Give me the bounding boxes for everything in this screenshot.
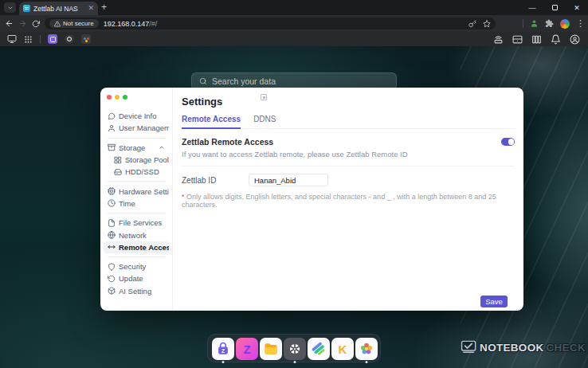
dialog-traffic-lights	[100, 93, 172, 101]
storage-box-icon	[108, 143, 116, 151]
taskbar-photos-icon[interactable]	[81, 34, 91, 44]
extension-green-icon[interactable]	[530, 19, 539, 28]
sidebar-item-remote-access[interactable]: Remote Access	[104, 241, 169, 253]
save-button[interactable]: Save	[480, 296, 508, 307]
zettlab-id-input[interactable]	[249, 174, 328, 186]
topbar-separator	[40, 35, 41, 44]
extensions-puzzle-icon[interactable]	[545, 19, 554, 28]
tab-close-icon[interactable]: ✕	[88, 5, 94, 12]
settings-main-panel: Settings Remote Access DDNS Zettlab Remo…	[173, 88, 523, 311]
sidebar-nav: Device Info User Management Storage Stor…	[100, 110, 172, 297]
url-text: 192.168.0.147/#/	[104, 20, 158, 28]
sidebar-item-device-info[interactable]: Device Info	[104, 110, 169, 122]
dock-app-center[interactable]: Z	[212, 338, 234, 363]
warning-icon	[54, 21, 61, 27]
window-controls: — ✕	[521, 0, 588, 15]
validation-note: * Only allows digits, English letters, a…	[182, 193, 515, 209]
sidebar-item-user-management[interactable]: User Management	[104, 122, 169, 134]
dialog-zoom-button[interactable]	[123, 95, 127, 100]
back-button[interactable]	[5, 19, 14, 28]
widgets-columns-icon[interactable]	[531, 34, 542, 45]
watermark-text-notebook: NOTEBOOK	[480, 342, 543, 354]
docs-stripes-icon	[311, 341, 327, 357]
tab-title: Zettlab AI NAS	[33, 5, 84, 13]
sidebar-item-hardware-settings[interactable]: Hardware Settings	[104, 185, 169, 197]
toolbar-separator	[523, 19, 523, 28]
dialog-close-button[interactable]	[107, 95, 112, 100]
running-indicator	[294, 361, 296, 363]
settings-dialog: Device Info User Management Storage Stor…	[100, 88, 523, 311]
sidebar-item-time[interactable]: Time	[104, 198, 169, 209]
taskbar-settings-icon[interactable]	[65, 34, 74, 44]
settings-sidebar: Device Info User Management Storage Stor…	[100, 88, 173, 311]
search-placeholder: Search your data	[212, 76, 276, 86]
gear-aperture-icon	[288, 342, 302, 356]
running-indicator	[366, 361, 368, 363]
nas-topbar	[0, 32, 588, 46]
tab-remote-access[interactable]: Remote Access	[182, 115, 241, 129]
device-status-icon[interactable]	[493, 34, 504, 45]
browser-tab[interactable]: Zettlab AI NAS ✕	[19, 2, 98, 15]
remote-access-icon	[108, 243, 116, 251]
sidebar-item-file-services[interactable]: File Services	[104, 217, 169, 229]
app-grid-icon[interactable]	[24, 35, 33, 44]
nas-desktop: Search your data Device Info User Ma	[0, 46, 588, 368]
user-account-icon[interactable]	[570, 34, 580, 45]
dock-k-app[interactable]: K	[331, 338, 354, 363]
sidebar-group-storage[interactable]: Storage	[104, 142, 169, 154]
chevron-up-icon[interactable]	[159, 144, 165, 151]
sidebar-item-storage-pool[interactable]: Storage Pool	[104, 154, 169, 166]
sidebar-item-network[interactable]: Network	[104, 229, 169, 241]
sidebar-item-hdd-ssd[interactable]: HDD/SSD	[104, 166, 169, 178]
task-panel-icon[interactable]	[512, 34, 523, 45]
folder-icon	[263, 341, 279, 357]
chat-bubble-icon	[108, 112, 116, 120]
new-tab-button[interactable]: +	[101, 2, 107, 13]
user-icon	[108, 124, 116, 132]
sidebar-item-ai-setting[interactable]: AI Setting	[104, 285, 169, 297]
forward-button[interactable]	[18, 19, 27, 28]
watermark-text-check: CHECK	[546, 342, 586, 354]
globe-icon	[108, 231, 116, 239]
not-secure-badge[interactable]: Not secure	[49, 19, 99, 28]
dock-zettlab[interactable]: Z	[236, 338, 258, 363]
dialog-minimize-button[interactable]	[115, 95, 120, 100]
dock-docs[interactable]	[308, 338, 330, 363]
address-bar[interactable]: Not secure 192.168.0.147/#/	[45, 18, 496, 29]
extensions-area: ⋮	[523, 17, 585, 30]
bookmark-star-icon[interactable]	[483, 20, 491, 28]
browser-toolbar: Not secure 192.168.0.147/#/ ⋮	[0, 15, 588, 32]
update-refresh-icon	[108, 275, 116, 283]
remote-access-toggle[interactable]	[501, 138, 515, 146]
taskbar-zettlab-icon[interactable]	[48, 34, 57, 44]
sidebar-divider	[107, 213, 166, 213]
dock-files[interactable]	[260, 338, 282, 363]
package-icon	[108, 287, 116, 295]
sidebar-item-update[interactable]: Update	[104, 272, 169, 284]
chevron-down-icon	[7, 5, 14, 11]
search-icon	[199, 77, 207, 85]
screen: Zettlab AI NAS ✕ + — ✕ Not secure 192.16…	[0, 0, 588, 368]
password-key-icon[interactable]	[468, 20, 476, 28]
refresh-button[interactable]	[32, 20, 40, 28]
running-indicator	[222, 361, 225, 363]
sidebar-item-security[interactable]: Security	[104, 260, 169, 272]
tab-ddns[interactable]: DDNS	[253, 115, 276, 128]
photos-flower-icon	[359, 341, 374, 357]
desktop-icon[interactable]	[7, 34, 17, 44]
dock-photos[interactable]	[355, 338, 378, 363]
not-secure-label: Not secure	[63, 20, 94, 27]
browser-menu-icon[interactable]: ⋮	[576, 19, 585, 28]
window-close-button[interactable]: ✕	[566, 0, 588, 15]
dock-settings[interactable]	[284, 338, 306, 363]
sidebar-divider	[107, 138, 166, 139]
grid-icon	[114, 156, 122, 164]
tab-search-button[interactable]	[4, 2, 16, 13]
notebookcheck-watermark: NOTEBOOK CHECK	[461, 340, 586, 354]
sidebar-divider	[107, 256, 166, 257]
hard-drive-icon	[114, 168, 122, 176]
window-maximize-button[interactable]	[543, 0, 566, 15]
profile-avatar[interactable]	[560, 19, 570, 29]
window-minimize-button[interactable]: —	[521, 0, 543, 15]
notifications-bell-icon[interactable]	[551, 34, 561, 45]
